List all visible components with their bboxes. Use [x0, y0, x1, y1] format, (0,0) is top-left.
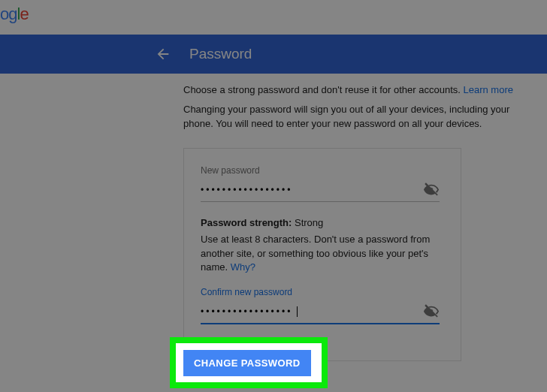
password-hint: Use at least 8 characters. Don't use a p… [201, 233, 440, 276]
strength-value: Strong [295, 217, 323, 228]
change-password-button[interactable]: CHANGE PASSWORD [183, 350, 311, 376]
new-password-input[interactable] [201, 185, 423, 195]
back-arrow-icon[interactable] [155, 46, 171, 62]
new-password-field-row [201, 182, 440, 202]
why-link[interactable]: Why? [231, 261, 255, 273]
confirm-password-label: Confirm new password [201, 287, 440, 297]
page-title: Password [189, 46, 252, 62]
password-card: New password Password strength: Strong U… [183, 148, 461, 362]
google-logo: ogle [0, 5, 29, 24]
intro-text-1: Choose a strong password and don't reuse… [183, 84, 461, 95]
learn-more-link[interactable]: Learn more [464, 84, 513, 95]
header-bar: Password [0, 35, 547, 74]
highlight-annotation: CHANGE PASSWORD [170, 337, 328, 388]
text-cursor [297, 306, 298, 317]
visibility-off-icon[interactable] [423, 303, 440, 320]
main-content: Choose a strong password and don't reuse… [183, 84, 536, 361]
intro-strong-password: Choose a strong password and don't reuse… [183, 84, 536, 95]
confirm-password-input[interactable] [201, 306, 298, 317]
new-password-label: New password [201, 165, 440, 176]
strength-label: Password strength: [201, 217, 292, 228]
confirm-password-field-row [201, 303, 440, 324]
visibility-off-icon[interactable] [423, 182, 440, 198]
highlight-inner: CHANGE PASSWORD [176, 343, 322, 382]
password-strength: Password strength: Strong [201, 217, 440, 228]
intro-signout-warning: Changing your password will sign you out… [183, 103, 536, 131]
